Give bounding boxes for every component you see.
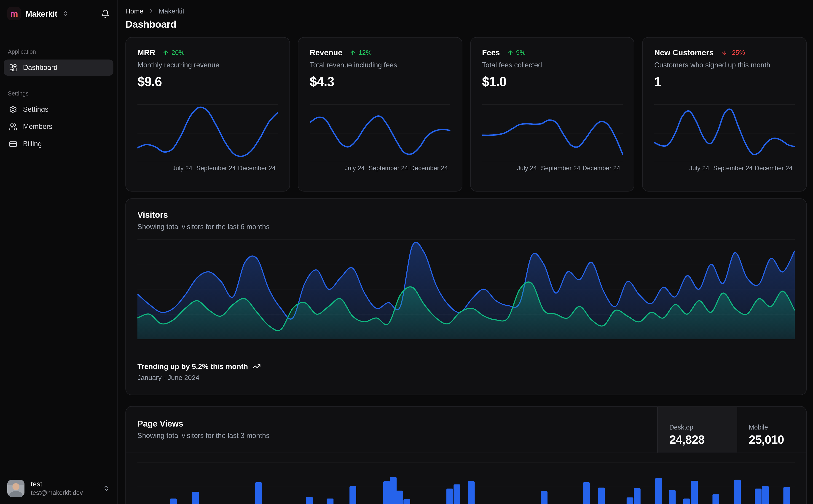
stat-subtitle: Total revenue including fees	[310, 61, 450, 69]
trend-badge: -25%	[721, 49, 745, 56]
x-tick: December 24	[755, 164, 793, 172]
visitors-title: Visitors	[137, 210, 795, 220]
stat-value: $9.6	[137, 74, 278, 89]
visitors-subtitle: Showing total visitors for the last 6 mo…	[137, 223, 795, 231]
notifications-button[interactable]	[101, 9, 110, 18]
stat-value: $4.3	[310, 74, 450, 89]
chevrons-up-down-icon	[62, 11, 68, 17]
sidebar-item-label: Billing	[23, 140, 42, 148]
stat-title: Revenue	[310, 48, 342, 57]
toggle-mobile-total[interactable]: Mobile 25,010	[737, 407, 806, 453]
stat-title: MRR	[137, 48, 155, 57]
stat-value: 1	[654, 74, 795, 89]
dashboard-icon	[9, 64, 17, 72]
trend-badge: 12%	[350, 49, 372, 56]
breadcrumb-current: Makerkit	[159, 7, 184, 15]
stat-subtitle: Monthly recurring revenue	[137, 61, 278, 69]
mobile-label: Mobile	[749, 424, 806, 431]
main-content: Home Makerkit Dashboard MRR 20% Monthly …	[117, 0, 813, 504]
user-menu[interactable]: test test@makerkit.dev	[4, 477, 113, 500]
chevron-right-icon	[148, 8, 154, 15]
sidebar-nav-settings: Settings Members Billing	[0, 101, 117, 152]
arrow-up-icon	[350, 49, 356, 56]
visitors-footer: Trending up by 5.2% this month January -…	[137, 362, 795, 382]
breadcrumb-home[interactable]: Home	[125, 7, 143, 15]
x-tick: July 24	[172, 164, 192, 172]
x-tick: September 24	[196, 164, 236, 172]
x-axis-ticks: July 24 September 24 December 24	[654, 164, 795, 173]
workspace-name: Makerkit	[26, 9, 57, 18]
sidebar-nav-application: Dashboard	[0, 59, 117, 76]
trend-text: Trending up by 5.2% this month	[137, 362, 248, 371]
arrow-down-icon	[721, 49, 727, 56]
x-axis-ticks: July 24 September 24 December 24	[310, 164, 450, 173]
mrr-chart	[137, 103, 278, 161]
x-axis-ticks: July 24 September 24 December 24	[137, 164, 278, 173]
section-label-settings: Settings	[0, 90, 117, 96]
user-name: test	[31, 480, 83, 488]
section-label-application: Application	[0, 48, 117, 55]
page-views-subtitle: Showing total visitors for the last 3 mo…	[137, 432, 646, 439]
stat-card-revenue: Revenue 12% Total revenue including fees…	[298, 37, 462, 191]
x-tick: December 24	[582, 164, 620, 172]
desktop-label: Desktop	[669, 424, 737, 431]
new-customers-chart	[654, 103, 795, 161]
sidebar-item-members[interactable]: Members	[4, 119, 113, 135]
x-tick: July 24	[345, 164, 365, 172]
stat-subtitle: Customers who signed up this month	[654, 61, 795, 69]
user-email: test@makerkit.dev	[31, 489, 83, 496]
x-axis-ticks: July 24 September 24 December 24	[482, 164, 623, 173]
page-views-header: Page Views Showing total visitors for th…	[126, 407, 806, 453]
sidebar-item-label: Settings	[23, 106, 48, 113]
fees-chart	[482, 103, 623, 161]
period-text: January - June 2024	[137, 374, 795, 382]
visitors-card: Visitors Showing total visitors for the …	[125, 198, 807, 395]
makerkit-logo: m	[7, 7, 21, 20]
x-tick: September 24	[541, 164, 580, 172]
stat-title: Fees	[482, 48, 500, 57]
stat-value: $1.0	[482, 74, 623, 89]
stat-card-new-customers: New Customers -25% Customers who signed …	[642, 37, 807, 191]
sidebar-item-label: Members	[23, 123, 53, 130]
stat-title: New Customers	[654, 48, 714, 57]
sidebar-item-dashboard[interactable]: Dashboard	[4, 59, 113, 76]
app-root: m Makerkit Application Dashboard Sett	[0, 0, 813, 504]
bell-icon	[101, 9, 110, 18]
toggle-desktop-total[interactable]: Desktop 24,828	[657, 407, 737, 453]
visitors-chart	[137, 239, 795, 339]
page-views-title: Page Views	[137, 419, 646, 429]
page-views-card: Page Views Showing total visitors for th…	[125, 406, 807, 504]
page-title: Dashboard	[125, 19, 807, 30]
users-icon	[9, 122, 17, 131]
trend-badge: 20%	[162, 49, 184, 56]
revenue-chart	[310, 103, 450, 161]
desktop-value: 24,828	[669, 432, 737, 447]
x-tick: December 24	[238, 164, 276, 172]
x-tick: September 24	[369, 164, 408, 172]
stat-card-mrr: MRR 20% Monthly recurring revenue $9.6 J…	[125, 37, 290, 191]
stat-subtitle: Total fees collected	[482, 61, 623, 69]
sidebar-item-billing[interactable]: Billing	[4, 136, 113, 152]
x-tick: December 24	[410, 164, 448, 172]
chevrons-up-down-icon	[103, 485, 110, 492]
stats-row: MRR 20% Monthly recurring revenue $9.6 J…	[125, 37, 807, 191]
user-avatar	[7, 480, 24, 497]
x-tick: July 24	[517, 164, 537, 172]
trending-up-icon	[252, 362, 261, 371]
workspace-switcher[interactable]: m Makerkit	[7, 7, 68, 20]
page-views-chart	[137, 453, 795, 504]
sidebar-item-label: Dashboard	[23, 64, 58, 72]
arrow-up-icon	[162, 49, 169, 56]
x-tick: July 24	[689, 164, 709, 172]
trend-badge: 9%	[507, 49, 525, 56]
gear-icon	[9, 105, 17, 114]
breadcrumb: Home Makerkit	[125, 7, 807, 15]
sidebar-item-settings[interactable]: Settings	[4, 101, 113, 117]
x-tick: September 24	[713, 164, 753, 172]
sidebar: m Makerkit Application Dashboard Sett	[0, 0, 117, 504]
mobile-value: 25,010	[749, 432, 806, 447]
arrow-up-icon	[507, 49, 513, 56]
stat-card-fees: Fees 9% Total fees collected $1.0 July 2…	[470, 37, 635, 191]
credit-card-icon	[9, 140, 17, 148]
